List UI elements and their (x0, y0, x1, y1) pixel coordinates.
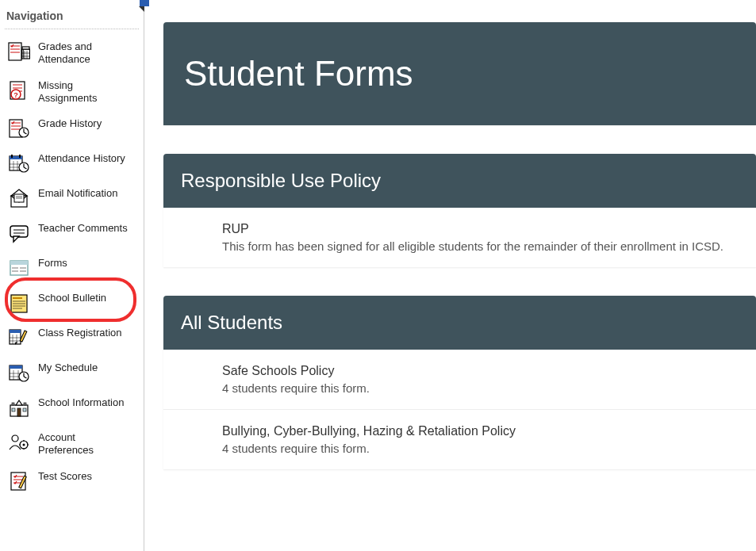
form-description: 4 students require this form. (222, 442, 739, 455)
form-title: Bullying, Cyber-Bullying, Hazing & Retal… (222, 424, 739, 438)
comments-icon (8, 222, 30, 244)
sidebar-item-school-bulletin[interactable]: School Bulletin (5, 285, 139, 320)
form-row-rup[interactable]: RUP This form has been signed for all el… (163, 208, 756, 267)
svg-rect-7 (23, 49, 25, 59)
sidebar-item-label: Missing Assignments (38, 79, 132, 105)
svg-rect-2 (9, 43, 21, 60)
navigation-sidebar: Navigation Grades and Attendance (0, 0, 144, 551)
svg-marker-1 (139, 6, 144, 12)
grade-history-icon (8, 117, 30, 140)
form-title: RUP (222, 222, 739, 236)
svg-rect-67 (10, 365, 22, 369)
sidebar-item-label: School Bulletin (38, 292, 106, 304)
sidebar-item-label: Attendance History (38, 152, 125, 165)
svg-rect-51 (20, 270, 26, 272)
sidebar-item-class-registration[interactable]: Class Registration (5, 320, 139, 355)
account-preferences-icon (8, 431, 30, 453)
sidebar-item-label: Grade History (38, 117, 102, 130)
svg-rect-78 (12, 408, 15, 411)
sidebar-item-label: Grades and Attendance (38, 40, 132, 67)
sidebar-item-account-preferences[interactable]: Account Preferences (5, 425, 139, 464)
svg-rect-49 (12, 270, 18, 272)
svg-marker-76 (16, 400, 22, 405)
svg-point-84 (23, 444, 25, 446)
svg-text:?: ? (13, 91, 18, 99)
svg-point-82 (12, 435, 18, 442)
svg-marker-43 (13, 236, 19, 242)
schedule-icon (8, 362, 30, 384)
main-content: Student Forms Responsible Use Policy RUP… (144, 0, 756, 551)
svg-rect-80 (12, 403, 14, 405)
svg-rect-0 (140, 0, 149, 6)
svg-rect-81 (24, 403, 26, 405)
form-row-bullying-policy[interactable]: Bullying, Cyber-Bullying, Hazing & Retal… (163, 410, 756, 469)
sidebar-item-grade-history[interactable]: Grade History (5, 111, 139, 146)
sidebar-item-test-scores[interactable]: Test Scores (5, 464, 139, 499)
svg-rect-29 (19, 155, 21, 158)
section-responsible-use-policy: Responsible Use Policy RUP This form has… (163, 154, 756, 267)
sidebar-item-teacher-comments[interactable]: Teacher Comments (5, 216, 139, 251)
svg-rect-47 (10, 261, 28, 265)
navigation-title: Navigation (5, 6, 139, 29)
class-registration-icon (8, 327, 30, 349)
test-scores-icon (8, 470, 30, 492)
missing-assignments-icon: ? (8, 79, 30, 101)
sidebar-item-label: My Schedule (38, 362, 98, 374)
svg-rect-42 (10, 226, 28, 237)
sidebar-item-label: Email Notification (38, 187, 117, 200)
sidebar-item-label: Account Preferences (38, 431, 132, 457)
sidebar-item-label: Test Scores (38, 470, 92, 483)
school-icon (8, 396, 30, 419)
section-title: Responsible Use Policy (163, 154, 756, 208)
sidebar-item-forms[interactable]: Forms (5, 251, 139, 285)
sidebar-item-missing-assignments[interactable]: ? Missing Assignments (5, 73, 139, 112)
form-description: 4 students require this form. (222, 381, 739, 395)
section-all-students: All Students Safe Schools Policy 4 stude… (163, 296, 756, 469)
page-title-panel: Student Forms (163, 22, 756, 125)
svg-rect-53 (13, 297, 22, 299)
page-title: Student Forms (163, 22, 756, 125)
section-title: All Students (163, 296, 756, 350)
svg-rect-28 (11, 155, 13, 158)
sidebar-item-label: Teacher Comments (38, 222, 128, 235)
sidebar-item-label: Class Registration (38, 327, 122, 339)
attendance-history-icon (8, 152, 30, 174)
bulletin-icon (8, 292, 30, 314)
svg-rect-48 (12, 267, 18, 269)
sidebar-item-my-schedule[interactable]: My Schedule (5, 355, 139, 390)
svg-rect-79 (23, 408, 26, 411)
sidebar-item-school-information[interactable]: School Information (5, 390, 139, 425)
forms-icon (8, 257, 30, 279)
form-title: Safe Schools Policy (222, 364, 739, 378)
sidebar-item-email-notification[interactable]: Email Notification (5, 181, 139, 216)
form-description: This form has been signed for all eligib… (222, 239, 739, 253)
sidebar-item-grades-attendance[interactable]: Grades and Attendance (5, 34, 139, 73)
grades-attendance-icon (8, 40, 30, 63)
collapse-toggle-icon[interactable] (139, 0, 150, 10)
svg-rect-77 (17, 408, 21, 416)
svg-rect-59 (10, 330, 21, 333)
sidebar-item-label: School Information (38, 396, 124, 409)
email-icon (8, 187, 30, 209)
form-row-safe-schools[interactable]: Safe Schools Policy 4 students require t… (163, 350, 756, 410)
sidebar-item-label: Forms (38, 257, 67, 270)
svg-rect-50 (20, 267, 26, 269)
svg-rect-8 (22, 47, 29, 49)
sidebar-item-attendance-history[interactable]: Attendance History (5, 146, 139, 181)
